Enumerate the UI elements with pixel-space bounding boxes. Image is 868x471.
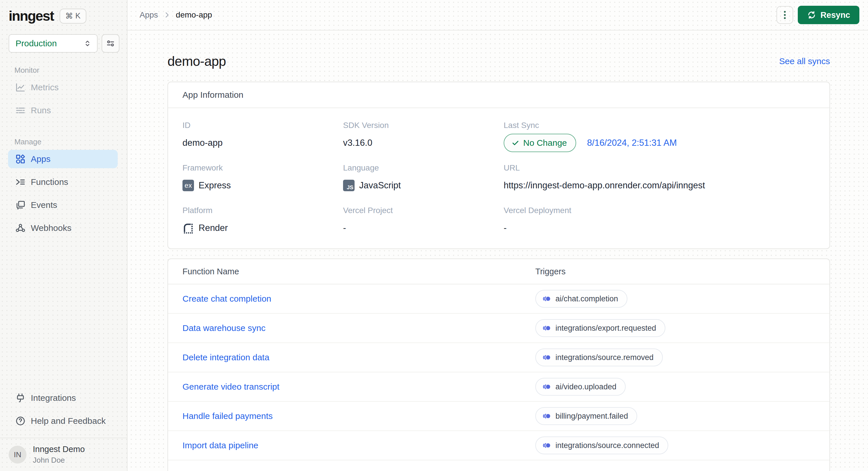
trigger-name: ai/video.uploaded <box>555 382 617 391</box>
page-title: demo-app <box>167 54 226 69</box>
trigger-pill[interactable]: ai/chat.completion <box>535 290 627 308</box>
javascript-icon: JS <box>343 180 354 191</box>
sidebar-item-functions[interactable]: Functions <box>8 173 118 191</box>
event-pulse-icon <box>542 353 551 362</box>
functions-icon <box>14 176 27 188</box>
app-actions-menu-button[interactable] <box>776 6 793 24</box>
resync-label: Resync <box>820 10 850 20</box>
field-sdk-version: SDK Version v3.16.0 <box>343 121 504 149</box>
trigger-pill[interactable]: ai/video.uploaded <box>535 378 626 396</box>
event-pulse-icon <box>542 441 551 450</box>
no-change-badge[interactable]: No Change <box>504 134 576 152</box>
badge-label: No Change <box>523 138 567 148</box>
function-link[interactable]: Handle failed payments <box>183 411 535 421</box>
kebab-icon <box>780 10 789 20</box>
sidebar-item-label: Runs <box>31 105 51 115</box>
metrics-chart-icon <box>14 81 27 94</box>
webhooks-icon <box>14 222 27 234</box>
sidebar-item-label: Metrics <box>31 82 59 92</box>
field-label: Framework <box>183 163 343 172</box>
sidebar-item-label: Functions <box>31 177 68 187</box>
environment-select[interactable]: Production <box>9 34 98 53</box>
function-link[interactable]: Generate video transcript <box>183 382 535 392</box>
field-label: Last Sync <box>504 121 815 130</box>
nav-section-monitor: Monitor <box>14 66 127 75</box>
event-pulse-icon <box>542 324 551 332</box>
function-link[interactable]: Create chat completion <box>183 294 535 304</box>
sidebar-item-integrations[interactable]: Integrations <box>8 389 118 407</box>
sidebar-item-help[interactable]: Help and Feedback <box>8 412 118 430</box>
events-icon <box>14 199 27 211</box>
function-link[interactable]: Delete integration data <box>183 352 535 362</box>
event-pulse-icon <box>542 382 551 391</box>
page-content: demo-app See all syncs App Information I… <box>127 31 868 471</box>
see-all-syncs-link[interactable]: See all syncs <box>779 56 830 66</box>
resync-button[interactable]: Resync <box>798 6 859 24</box>
command-k-shortcut[interactable]: ⌘ K <box>60 9 86 24</box>
chevron-up-down-icon <box>83 39 92 48</box>
field-value: Express <box>198 180 231 191</box>
command-icon: ⌘ <box>65 11 73 21</box>
function-row: Data warehouse sync integrations/export.… <box>168 314 830 343</box>
column-function-name: Function Name <box>183 267 535 276</box>
column-triggers: Triggers <box>535 267 830 276</box>
field-value: - <box>504 222 815 234</box>
field-value: JavaScript <box>359 180 401 191</box>
function-row: Delete integration data integrations/sou… <box>168 343 830 372</box>
field-label: URL <box>504 163 815 172</box>
function-row: Import data pipeline integrations/source… <box>168 431 830 460</box>
runs-list-icon <box>14 104 27 116</box>
breadcrumb: Apps demo-app <box>140 10 212 20</box>
field-framework: Framework ex Express <box>183 163 343 192</box>
trigger-name: billing/payment.failed <box>555 412 628 421</box>
field-id: ID demo-app <box>183 121 343 149</box>
sidebar-item-metrics[interactable]: Metrics <box>8 78 118 97</box>
trigger-name: integrations/source.connected <box>555 441 659 450</box>
breadcrumb-apps-link[interactable]: Apps <box>140 10 158 20</box>
sidebar-item-runs[interactable]: Runs <box>8 101 118 120</box>
sidebar: inngest ⌘ K Production Monitor <box>0 0 127 471</box>
trigger-pill[interactable]: integrations/source.removed <box>535 348 663 366</box>
question-circle-icon <box>14 415 27 427</box>
sidebar-item-events[interactable]: Events <box>8 196 118 214</box>
sidebar-footer: Integrations Help and Feedback <box>0 389 127 438</box>
shortcut-key: K <box>75 11 81 21</box>
trigger-pill[interactable]: integrations/source.connected <box>535 437 668 454</box>
sidebar-item-label: Integrations <box>31 393 76 403</box>
functions-table-card: Function Name Triggers Create chat compl… <box>167 259 830 471</box>
function-link[interactable]: Import data pipeline <box>183 440 535 450</box>
sidebar-item-apps[interactable]: Apps <box>8 150 118 168</box>
field-url: URL https://inngest-demo-app.onrender.co… <box>504 163 815 192</box>
function-row: Create chat completion ai/chat.completio… <box>168 284 830 314</box>
chevron-right-icon <box>163 11 170 19</box>
sidebar-item-webhooks[interactable]: Webhooks <box>8 219 118 237</box>
sync-icon <box>807 10 816 20</box>
field-last-sync: Last Sync No Change 8/16/2024, 2:51:31 A… <box>504 121 815 149</box>
environment-row: Production <box>9 34 119 53</box>
environment-settings-button[interactable] <box>102 34 119 53</box>
event-pulse-icon <box>542 412 551 420</box>
field-value: - <box>343 222 504 234</box>
inngest-logo[interactable]: inngest <box>9 8 54 24</box>
field-value: demo-app <box>183 137 343 149</box>
field-label: Vercel Project <box>343 206 504 215</box>
avatar: IN <box>9 446 27 464</box>
field-platform: Platform <box>183 206 343 234</box>
environment-value: Production <box>16 38 57 48</box>
trigger-pill[interactable]: billing/payment.failed <box>535 407 637 425</box>
user-name: John Doe <box>33 456 85 465</box>
last-sync-timestamp-link[interactable]: 8/16/2024, 2:51:31 AM <box>587 138 677 148</box>
event-pulse-icon <box>542 295 551 303</box>
user-menu[interactable]: IN Inngest Demo John Doe <box>0 438 127 471</box>
field-label: Platform <box>183 206 343 215</box>
sidebar-item-label: Help and Feedback <box>31 416 105 426</box>
field-value: https://inngest-demo-app.onrender.com/ap… <box>504 179 815 192</box>
trigger-pill[interactable]: integrations/export.requested <box>535 319 665 337</box>
user-org: Inngest Demo <box>33 444 85 454</box>
function-row: Handle failed payments billing/payment.f… <box>168 402 830 431</box>
field-value: Render <box>198 223 228 233</box>
function-link[interactable]: Data warehouse sync <box>183 323 535 333</box>
trigger-name: integrations/export.requested <box>555 324 656 333</box>
app-information-card: App Information ID demo-app SDK Version … <box>167 82 830 249</box>
check-icon <box>511 139 520 147</box>
